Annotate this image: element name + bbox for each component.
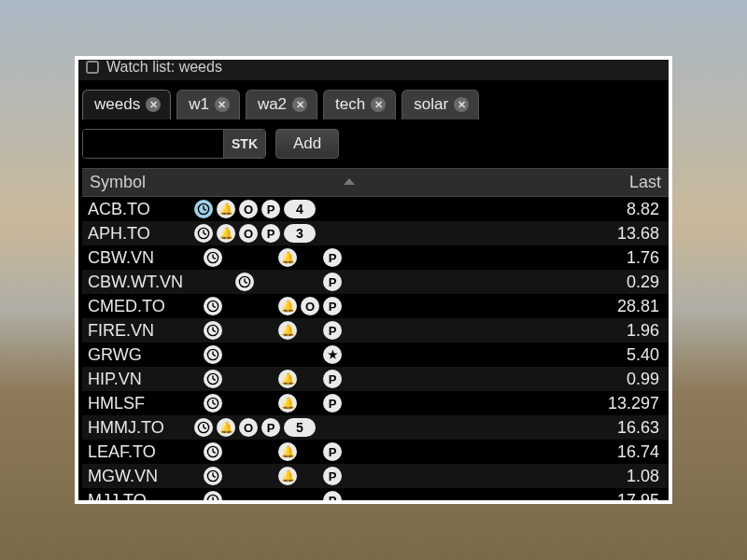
close-icon[interactable]: ✕ [146,97,161,112]
table-row[interactable]: CBW.WT.VNP0.29 [82,270,672,294]
table-row[interactable]: GRWG★5.40 [82,343,672,367]
symbol-cell: MGW.VN [82,467,194,486]
tab-weeds[interactable]: weeds✕ [82,90,171,119]
last-price-cell: 0.29 [372,273,672,292]
svg-line-17 [213,330,216,331]
bell-icon: 🔔 [217,418,235,437]
table-row[interactable]: LEAF.TO🔔P16.74 [82,440,672,464]
table-row[interactable]: HMMJ.TO🔔OP516.63 [82,415,672,440]
indicator-icons: 🔔OP3 [194,223,372,244]
indicator-icons: 🔔P [194,441,372,462]
add-symbol-row: STK Add [82,129,672,159]
options-icon: O [239,418,258,437]
indicator-icons: P [194,272,372,292]
options-icon: O [239,200,258,218]
tab-w1[interactable]: w1✕ [176,90,240,119]
bell-icon: 🔔 [278,394,297,413]
svg-line-5 [204,233,206,234]
bell-icon: 🔔 [278,467,297,485]
tab-tech[interactable]: tech✕ [323,90,396,119]
bell-icon: 🔔 [278,248,297,267]
clock-icon [204,442,222,461]
last-price-cell: 13.297 [372,394,672,413]
indicator-icons: 🔔P [194,320,372,341]
clock-icon [194,224,213,243]
window-control-icon[interactable] [86,61,99,74]
close-icon[interactable]: ✕ [292,97,307,112]
indicator-icons: 🔔OP5 [194,417,372,438]
table-row[interactable]: MGW.VN🔔P1.08 [82,464,672,488]
symbol-cell: FIRE.VN [82,321,194,341]
indicator-icons: P [194,490,372,504]
tab-label: wa2 [258,95,287,114]
tab-label: solar [414,95,448,114]
table-row[interactable]: FIRE.VN🔔P1.96 [82,318,672,343]
instrument-type-selector[interactable]: STK [223,130,265,158]
tab-label: weeds [94,95,140,114]
table-header: Symbol Last [82,168,672,197]
symbol-input-group: STK [82,129,266,159]
bell-icon: 🔔 [217,200,235,218]
app-frame: Watch list: weeds weeds✕w1✕wa2✕tech✕sola… [75,56,672,504]
table-row[interactable]: HIP.VN🔔P0.99 [82,367,672,391]
indicator-icons: 🔔OP [194,296,372,316]
tab-wa2[interactable]: wa2✕ [246,90,317,119]
position-icon: P [323,273,342,291]
table-row[interactable]: MJJ.TOP17.95 [82,488,672,504]
clock-icon [204,491,222,504]
close-icon[interactable]: ✕ [215,97,230,112]
window-titlebar: Watch list: weeds [75,56,672,80]
last-price-cell: 1.08 [372,467,672,486]
column-header-symbol[interactable]: Symbol [82,169,372,196]
position-icon: P [261,200,280,218]
symbol-cell: APH.TO [82,224,194,244]
clock-icon [204,297,222,315]
position-icon: P [323,248,342,267]
svg-line-35 [213,476,216,477]
symbol-cell: CBW.VN [82,248,194,268]
position-icon: P [323,491,342,504]
watchlist-panel: weeds✕w1✕wa2✕tech✕solar✕ STK Add Symbol … [75,80,672,504]
table-row[interactable]: CMED.TO🔔OP28.81 [82,294,672,318]
svg-line-14 [213,306,216,307]
clock-icon [204,345,222,364]
count-badge: 4 [284,200,316,218]
table-row[interactable]: APH.TO🔔OP313.68 [82,221,672,245]
last-price-cell: 16.74 [372,442,672,462]
close-icon[interactable]: ✕ [371,97,386,112]
tab-solar[interactable]: solar✕ [402,90,479,119]
position-icon: P [261,418,280,437]
symbol-cell: CBW.WT.VN [82,273,194,292]
column-header-last[interactable]: Last [372,169,672,196]
sort-ascending-icon [344,178,355,185]
svg-line-38 [213,500,216,501]
indicator-icons: 🔔OP4 [194,199,372,219]
add-button[interactable]: Add [275,129,339,159]
symbol-cell: GRWG [82,345,194,365]
table-row[interactable]: HMLSF🔔P13.297 [82,391,672,415]
symbol-cell: CMED.TO [82,297,194,316]
position-icon: P [323,370,342,388]
clock-icon [204,321,222,340]
svg-line-20 [213,355,216,356]
position-icon: P [323,297,342,315]
svg-line-8 [213,258,216,259]
tab-bar: weeds✕w1✕wa2✕tech✕solar✕ [82,90,672,119]
last-price-cell: 5.40 [372,345,672,365]
last-price-cell: 13.68 [372,224,672,244]
indicator-icons: ★ [194,344,372,365]
symbol-input[interactable] [83,130,223,158]
last-price-cell: 17.95 [372,491,672,505]
table-row[interactable]: ACB.TO🔔OP48.82 [82,197,672,221]
column-header-symbol-label: Symbol [90,173,146,191]
indicator-icons: 🔔P [194,247,372,268]
close-icon[interactable]: ✕ [454,97,469,112]
position-icon: P [323,442,342,461]
clock-icon [194,418,213,437]
position-icon: P [323,394,342,413]
indicator-icons: 🔔P [194,393,372,413]
last-price-cell: 0.99 [372,370,672,389]
table-row[interactable]: CBW.VN🔔P1.76 [82,245,672,270]
bell-icon: 🔔 [217,224,235,243]
count-badge: 3 [284,224,316,243]
